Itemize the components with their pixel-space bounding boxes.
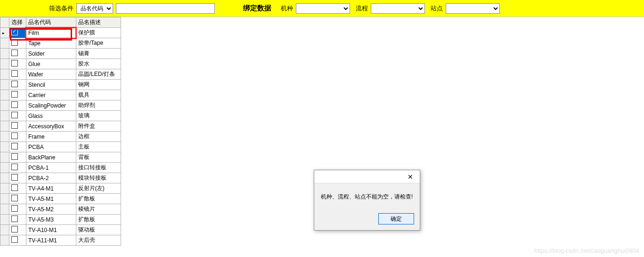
checkbox-icon[interactable] (11, 60, 18, 66)
checkbox-icon[interactable] (11, 91, 18, 98)
row-checkbox-cell[interactable] (9, 80, 26, 90)
machine-select[interactable] (296, 3, 350, 14)
checkbox-icon[interactable] (11, 101, 18, 108)
row-checkbox-cell[interactable] (9, 225, 26, 235)
cell-code[interactable]: ScalingPowder (26, 100, 76, 111)
table-row[interactable]: Film保护膜 (0, 28, 121, 38)
row-checkbox-cell[interactable] (9, 38, 26, 49)
table-row[interactable]: Wafer晶圆/LED/灯条 (0, 69, 121, 80)
cell-code[interactable]: Solder (26, 49, 76, 59)
row-checkbox-cell[interactable] (9, 194, 26, 204)
checkbox-icon[interactable] (11, 70, 18, 77)
table-row[interactable]: TV-A5-M1扩散板 (0, 194, 121, 204)
table-row[interactable]: Stencil钢网 (0, 80, 121, 90)
cell-desc: 胶带/Tape (76, 38, 121, 49)
table-row[interactable]: TV-A4-M1反射片(左) (0, 183, 121, 194)
row-checkbox-cell[interactable] (9, 163, 26, 173)
row-checkbox-cell[interactable] (9, 183, 26, 194)
checkbox-icon[interactable] (11, 195, 18, 201)
checkbox-icon[interactable] (11, 50, 18, 56)
table-row[interactable]: TV-A5-M3扩散板 (0, 215, 121, 225)
cell-code[interactable]: Frame (26, 132, 76, 142)
cell-code[interactable]: TV-A5-M3 (26, 215, 76, 225)
cell-code[interactable]: Carrier (26, 90, 76, 100)
cell-code[interactable]: TV-A11-M1 (26, 235, 76, 246)
row-checkbox-cell[interactable] (9, 215, 26, 225)
cell-code[interactable]: BackPlane (26, 152, 76, 163)
table-row[interactable]: PCBA-2模块转接板 (0, 173, 121, 183)
cell-code[interactable]: TV-A5-M2 (26, 204, 76, 215)
station-label: 站点 (431, 4, 443, 13)
checkbox-icon[interactable] (11, 216, 18, 222)
row-checkbox-cell[interactable] (9, 173, 26, 183)
checkbox-icon[interactable] (11, 153, 18, 160)
cell-code[interactable]: TV-A4-M1 (26, 183, 76, 194)
cell-code[interactable]: Film (26, 28, 76, 38)
cell-code[interactable]: TV-A5-M1 (26, 194, 76, 204)
table-row[interactable]: Glass玻璃 (0, 111, 121, 121)
checkbox-icon[interactable] (11, 236, 18, 243)
col-header-desc[interactable]: 品名描述 (76, 17, 121, 28)
table-row[interactable]: Solder锡膏 (0, 49, 121, 59)
row-checkbox-cell[interactable] (9, 28, 26, 38)
row-checkbox-cell[interactable] (9, 100, 26, 111)
cell-code[interactable]: TV-A10-M1 (26, 225, 76, 235)
row-checkbox-cell[interactable] (9, 49, 26, 59)
row-checkbox-cell[interactable] (9, 132, 26, 142)
row-checkbox-cell[interactable] (9, 142, 26, 152)
cell-code[interactable]: Tape (26, 38, 76, 49)
row-checkbox-cell[interactable] (9, 152, 26, 163)
table-row[interactable]: AccessoryBox附件盒 (0, 121, 121, 132)
checkbox-icon[interactable] (11, 39, 18, 46)
station-select[interactable] (446, 3, 500, 14)
checkbox-icon[interactable] (11, 29, 18, 35)
cell-code[interactable]: PCBA (26, 142, 76, 152)
checkbox-icon[interactable] (11, 133, 18, 139)
checkbox-icon[interactable] (11, 205, 18, 212)
checkbox-icon[interactable] (11, 174, 18, 181)
table-row[interactable]: PCBA-1接口转接板 (0, 163, 121, 173)
cell-code[interactable]: AccessoryBox (26, 121, 76, 132)
checkbox-icon[interactable] (11, 226, 18, 232)
process-select[interactable] (371, 3, 425, 14)
table-row[interactable]: Tape胶带/Tape (0, 38, 121, 49)
row-indicator (0, 100, 9, 111)
table-row[interactable]: Frame边框 (0, 132, 121, 142)
machine-label: 机种 (281, 4, 293, 13)
table-row[interactable]: ScalingPowder助焊剂 (0, 100, 121, 111)
cell-code[interactable]: Stencil (26, 80, 76, 90)
table-row[interactable]: BackPlane背板 (0, 152, 121, 163)
row-checkbox-cell[interactable] (9, 59, 26, 69)
row-checkbox-cell[interactable] (9, 204, 26, 215)
row-checkbox-cell[interactable] (9, 111, 26, 121)
table-row[interactable]: TV-A5-M2棱镜片 (0, 204, 121, 215)
table-row[interactable]: Carrier载具 (0, 90, 121, 100)
checkbox-icon[interactable] (11, 164, 18, 170)
cell-desc: 反射片(左) (76, 183, 121, 194)
close-icon[interactable]: ✕ (401, 171, 420, 183)
checkbox-icon[interactable] (11, 184, 18, 191)
col-header-select[interactable]: 选择 (9, 17, 26, 28)
table-row[interactable]: TV-A11-M1大后壳 (0, 235, 121, 246)
cell-desc: 载具 (76, 90, 121, 100)
cell-code[interactable]: Glue (26, 59, 76, 69)
checkbox-icon[interactable] (11, 112, 18, 118)
filter-value-input[interactable] (116, 3, 215, 14)
row-checkbox-cell[interactable] (9, 121, 26, 132)
table-row[interactable]: TV-A10-M1驱动板 (0, 225, 121, 235)
checkbox-icon[interactable] (11, 143, 18, 149)
ok-button[interactable]: 确定 (378, 213, 414, 224)
checkbox-icon[interactable] (11, 122, 18, 129)
col-header-code[interactable]: 品名代码 (26, 17, 76, 28)
table-row[interactable]: Glue胶水 (0, 59, 121, 69)
row-checkbox-cell[interactable] (9, 235, 26, 246)
checkbox-icon[interactable] (11, 81, 18, 87)
filter-field-select[interactable]: 品名代码 (76, 3, 113, 14)
cell-code[interactable]: PCBA-1 (26, 163, 76, 173)
cell-code[interactable]: Glass (26, 111, 76, 121)
table-row[interactable]: PCBA主板 (0, 142, 121, 152)
cell-code[interactable]: Wafer (26, 69, 76, 80)
row-checkbox-cell[interactable] (9, 90, 26, 100)
cell-code[interactable]: PCBA-2 (26, 173, 76, 183)
row-checkbox-cell[interactable] (9, 69, 26, 80)
